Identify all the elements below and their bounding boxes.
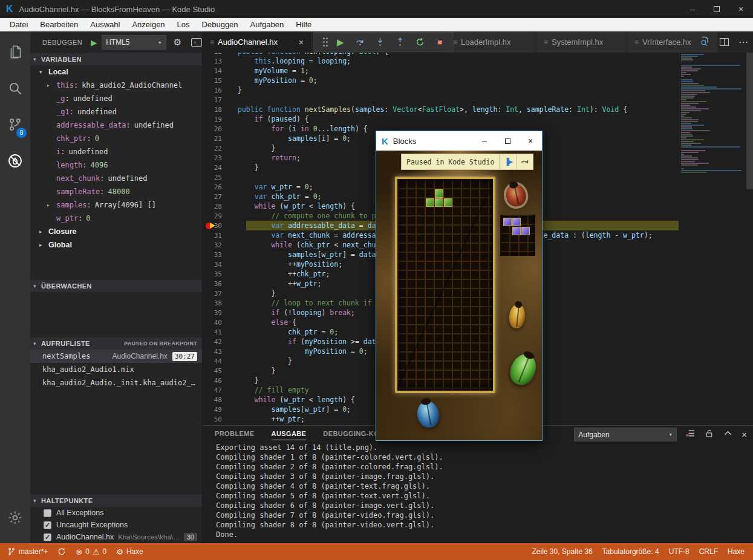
tab-audiochannel[interactable]: ≡ AudioChannel.hx × [203, 31, 311, 53]
callstack-frame[interactable]: kha_audio2_Audio1.mix [30, 363, 202, 376]
encoding[interactable]: UTF-8 [664, 547, 694, 556]
sync-item[interactable] [53, 547, 71, 556]
close-panel-icon[interactable]: × [742, 429, 747, 440]
lock-icon[interactable] [704, 428, 714, 441]
step-into-icon[interactable] [374, 37, 387, 47]
scope-local[interactable]: ▾ Local [30, 65, 202, 79]
scope-closure[interactable]: ▸ Closure [30, 225, 202, 238]
game-canvas[interactable]: Paused in Kode Studio ▐▶ [376, 151, 542, 440]
callstack-frame[interactable]: kha_audio2_Audio._init.kha_audio2_… [30, 376, 202, 389]
tab-size[interactable]: Tabulatorgröße: 4 [598, 547, 664, 556]
code-text: } [238, 376, 259, 385]
variable-row[interactable]: sampleRate:48000 [30, 185, 202, 198]
panel-tab-probleme[interactable]: PROBLEME [215, 430, 255, 440]
step-over-icon[interactable] [516, 154, 533, 169]
code-line-18[interactable]: 18public function nextSamples(samples: V… [203, 105, 753, 114]
menu-item-auswahl[interactable]: Auswahl [84, 20, 126, 29]
menu-item-debuggen[interactable]: Debuggen [196, 20, 244, 29]
continue-icon[interactable]: ▐▶ [499, 154, 516, 169]
code-line-13[interactable]: 13 this.looping = looping; [203, 56, 753, 66]
step-over-icon[interactable] [354, 37, 367, 47]
callstack-header[interactable]: ▾ AUFRUFLISTE PAUSED ON BREAKPOINT [30, 337, 202, 350]
debug-config-select[interactable]: HTML5 ▼ [102, 35, 166, 50]
tab-systemimpl-hx[interactable]: ≡SystemImpl.hx [536, 31, 627, 53]
source-control-icon[interactable]: 8 [0, 110, 30, 139]
step-out-icon[interactable] [393, 37, 406, 47]
line-number: 45 [203, 366, 238, 376]
checkbox-checked[interactable]: ✓ [44, 521, 51, 529]
frame-function: kha_audio2_Audio1.mix [42, 365, 134, 374]
code-line-17[interactable]: 17 [203, 95, 753, 105]
variables-header[interactable]: ▾ VARIABLEN [30, 53, 202, 65]
indent [238, 144, 271, 152]
code-line-14[interactable]: 14 myVolume = 1; [203, 66, 753, 76]
start-debug-icon[interactable]: ▶ [91, 38, 97, 47]
game-window[interactable]: K Blocks – × Paused in Kode Studio ▐▶ [376, 131, 543, 441]
search-icon[interactable] [0, 74, 30, 103]
menu-item-aufgaben[interactable]: Aufgaben [244, 20, 290, 29]
restart-icon[interactable] [413, 37, 426, 47]
menu-item-bearbeiten[interactable]: Bearbeiten [34, 20, 84, 29]
watch-header[interactable]: ▾ ÜBERWACHEN [30, 280, 202, 292]
variable-row[interactable]: chk_ptr:0 [30, 132, 202, 145]
code-line-15[interactable]: 15 myPosition = 0; [203, 76, 753, 85]
output-channel-select[interactable]: Aufgaben ▼ [574, 428, 677, 441]
problems-item[interactable]: ⊗ 0 ⚠ 0 [71, 547, 111, 556]
callstack-frame[interactable]: nextSamplesAudioChannel.hx30:27 [30, 350, 202, 363]
close-icon[interactable]: × [729, 0, 753, 18]
menu-item-los[interactable]: Los [171, 20, 196, 29]
language-mode[interactable]: Haxe [723, 547, 749, 556]
cursor-position[interactable]: Zeile 30, Spalte 36 [527, 547, 598, 556]
breakpoint-row[interactable]: ✓AudioChannel.hxKha\Sources\kha\…30 [30, 531, 202, 543]
maximize-icon[interactable] [705, 0, 729, 18]
maximize-panel-icon[interactable] [723, 428, 733, 441]
variable-row[interactable]: i:undefined [30, 145, 202, 158]
variable-name: chk_ptr [56, 134, 87, 143]
panel-tab-ausgabe[interactable]: AUSGABE [272, 430, 307, 440]
code-line-19[interactable]: 19 if (paused) { [203, 114, 753, 124]
clear-output-icon[interactable] [685, 428, 696, 441]
variable-row[interactable]: _g:undefined [30, 92, 202, 105]
variable-row[interactable]: next_chunk:undefined [30, 172, 202, 185]
checkbox[interactable] [44, 509, 51, 517]
maximize-icon[interactable] [496, 131, 519, 151]
variable-row[interactable]: ▸this:kha_audio2_AudioChannel [30, 79, 202, 92]
split-editor-icon[interactable] [720, 38, 729, 46]
scope-global[interactable]: ▸ Global [30, 238, 202, 252]
more-actions-icon[interactable]: ⋯ [738, 36, 748, 48]
variable-row[interactable]: addressable_data:undefined [30, 119, 202, 132]
tab-close-icon[interactable]: × [299, 37, 304, 47]
explorer-icon[interactable] [0, 37, 30, 67]
menu-item-hilfe[interactable]: Hilfe [290, 20, 318, 29]
debug-settings-gear-icon[interactable]: ⚙ [174, 37, 181, 48]
git-branch-item[interactable]: master*+ [2, 547, 53, 556]
variable-row[interactable]: ▸samples:Array[4096] [] [30, 198, 202, 212]
variable-row[interactable]: _g1:undefined [30, 105, 202, 119]
toolbar-grip-icon[interactable] [323, 41, 325, 43]
minimap[interactable] [679, 53, 745, 425]
eol[interactable]: CRLF [694, 547, 723, 556]
variable-row[interactable]: length:4096 [30, 158, 202, 172]
minimize-icon[interactable]: – [473, 131, 496, 151]
menu-item-datei[interactable]: Datei [4, 20, 34, 29]
debug-icon[interactable] [0, 146, 30, 175]
open-preview-icon[interactable] [699, 36, 710, 49]
settings-gear-icon[interactable] [0, 503, 30, 532]
menu-item-anzeigen[interactable]: Anzeigen [126, 20, 171, 29]
breakpoint-row[interactable]: All Exceptions [30, 507, 202, 519]
minimize-icon[interactable]: – [680, 0, 705, 18]
debug-console-icon[interactable]: ›_ [191, 38, 202, 47]
close-icon[interactable]: × [519, 131, 542, 151]
game-title-bar[interactable]: K Blocks – × [376, 131, 542, 151]
editor-scrollbar[interactable] [746, 53, 753, 189]
breakpoints-header[interactable]: ▾ HALTEPUNKTE [30, 495, 202, 507]
continue-icon[interactable]: ▶ [334, 37, 347, 48]
variable-row[interactable]: w_ptr:0 [30, 212, 202, 225]
tab-loaderimpl-hx[interactable]: ≡LoaderImpl.hx [446, 31, 536, 53]
checkbox-checked[interactable]: ✓ [44, 533, 51, 541]
breakpoint-row[interactable]: ✓Uncaught Exceptions [30, 519, 202, 531]
haxe-server-item[interactable]: ⚙ Haxe [111, 547, 148, 556]
code-line-16[interactable]: 16} [203, 85, 753, 95]
stop-icon[interactable]: ■ [433, 37, 446, 47]
token: < [330, 241, 342, 249]
